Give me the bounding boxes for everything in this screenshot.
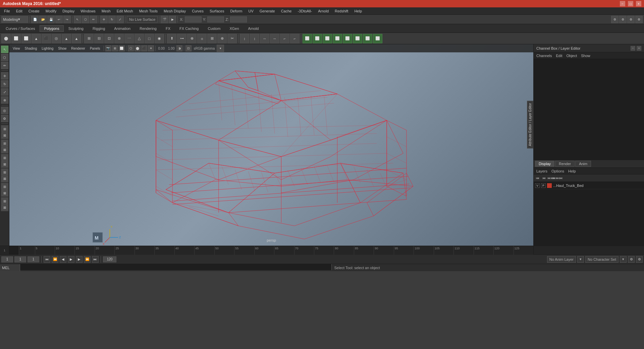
paint-sel-tool[interactable]: ✏ bbox=[90, 16, 97, 23]
disp-tab-anim[interactable]: Anim bbox=[575, 161, 591, 167]
lasso-tool[interactable]: ⬡ bbox=[82, 16, 89, 23]
shelf-green-2[interactable]: ⬜ bbox=[313, 34, 322, 43]
vp-panels[interactable]: Panels bbox=[88, 46, 102, 51]
menu-mesh-tools[interactable]: Mesh Tools bbox=[137, 8, 160, 14]
shelf-cone[interactable]: ▲ bbox=[32, 34, 41, 43]
menu-generate[interactable]: Generate bbox=[257, 8, 278, 14]
move-tool-left[interactable]: ✛ bbox=[1, 72, 8, 80]
shelf-separate[interactable]: ⊟ bbox=[94, 34, 104, 43]
shelf-cube[interactable]: ⬜ bbox=[11, 34, 21, 43]
universal-manip-left[interactable]: ⊕ bbox=[1, 96, 8, 104]
shelf-green-4[interactable]: ⬜ bbox=[333, 34, 342, 43]
new-scene-button[interactable]: 📄 bbox=[31, 16, 39, 23]
tool-g3-1[interactable]: ⊞ bbox=[2, 155, 8, 161]
rotate-tool-left[interactable]: ↻ bbox=[1, 80, 8, 88]
shelf-connect[interactable]: ↔ bbox=[260, 34, 269, 43]
vp-texture-btn[interactable]: ⬛ bbox=[141, 45, 147, 51]
shelf-merge[interactable]: ⊕ bbox=[217, 34, 227, 43]
shelf-pyramid[interactable]: ▲ bbox=[72, 34, 81, 43]
move-tool[interactable]: ✛ bbox=[100, 16, 108, 23]
menu-windows[interactable]: Windows bbox=[78, 8, 98, 14]
shelf-triangulate[interactable]: △ bbox=[135, 34, 144, 43]
vp-renderer[interactable]: Renderer bbox=[69, 46, 87, 51]
layer-sub-help[interactable]: Help bbox=[568, 169, 576, 173]
select-tool[interactable]: ↖ bbox=[74, 16, 81, 23]
vp-gamma-icon[interactable]: ◑ bbox=[176, 45, 182, 51]
tool-g2-2[interactable]: ⊠ bbox=[2, 147, 8, 153]
layer-sub-layers[interactable]: Layers bbox=[536, 169, 547, 173]
shelf-extrude[interactable]: ⬆ bbox=[167, 34, 176, 43]
icon-r3[interactable]: ⚙ bbox=[627, 16, 635, 23]
vp-wireframe-btn[interactable]: ⬡ bbox=[128, 45, 134, 51]
menu-edit-mesh[interactable]: Edit Mesh bbox=[114, 8, 136, 14]
layer-btn-4[interactable]: ⏭⏭⏭ bbox=[555, 176, 560, 181]
tool-g5-2[interactable]: ⊠ bbox=[2, 190, 8, 196]
start-frame-input[interactable] bbox=[1, 256, 13, 262]
menu-deform[interactable]: Deform bbox=[227, 8, 245, 14]
tool-g5-1[interactable]: ⊞ bbox=[2, 184, 8, 190]
cb-minimize[interactable]: − bbox=[631, 46, 635, 51]
shelf-green-3[interactable]: ⬜ bbox=[323, 34, 332, 43]
command-input[interactable] bbox=[20, 264, 332, 270]
tab-rendering[interactable]: Rendering bbox=[135, 25, 161, 32]
tab-rigging[interactable]: Rigging bbox=[88, 25, 109, 32]
current-frame-input[interactable] bbox=[14, 256, 26, 262]
vp-lighting[interactable]: Lighting bbox=[40, 46, 55, 51]
shelf-bevel[interactable]: ⌐ bbox=[280, 34, 289, 43]
settings-btn[interactable]: ⚙ bbox=[628, 256, 635, 263]
shelf-torus[interactable]: ◎ bbox=[52, 34, 61, 43]
icon-r2[interactable]: ⚙ bbox=[619, 16, 627, 23]
menu-uv[interactable]: UV bbox=[246, 8, 256, 14]
shelf-green-1[interactable]: ⬜ bbox=[303, 34, 312, 43]
icon-r1[interactable]: ⚙ bbox=[611, 16, 619, 23]
shelf-project[interactable]: ⌾ bbox=[197, 34, 207, 43]
vp-shading[interactable]: Shading bbox=[23, 46, 39, 51]
disp-tab-display[interactable]: Display bbox=[535, 161, 554, 167]
menu-edit[interactable]: Edit bbox=[13, 8, 25, 14]
shelf-green-5[interactable]: ⬜ bbox=[343, 34, 352, 43]
layer-visibility[interactable]: V bbox=[535, 183, 540, 188]
tool-g2-1[interactable]: ⊞ bbox=[2, 140, 8, 146]
menu-mesh-display[interactable]: Mesh Display bbox=[161, 8, 189, 14]
shelf-quadify[interactable]: □ bbox=[145, 34, 154, 43]
pb-next-frame[interactable]: ▶ bbox=[76, 256, 83, 263]
mel-python-toggle[interactable]: MEL bbox=[0, 264, 20, 271]
vp-film-icon[interactable]: ⬜ bbox=[119, 45, 125, 51]
shelf-insert-edge[interactable]: ↕ bbox=[240, 34, 249, 43]
lasso-tool-left[interactable]: ⬡ bbox=[1, 54, 8, 61]
shelf-extract[interactable]: ⊡ bbox=[104, 34, 114, 43]
layer-color-swatch[interactable] bbox=[547, 183, 552, 188]
vp-camera-icon[interactable]: 📷 bbox=[105, 45, 111, 51]
char-set-label[interactable]: No Character Set bbox=[585, 256, 619, 263]
show-manip-left[interactable]: ⚙ bbox=[1, 115, 8, 122]
paint-sel-left[interactable]: ✏ bbox=[1, 62, 8, 69]
y-input[interactable] bbox=[207, 16, 224, 22]
maximize-button[interactable]: □ bbox=[628, 1, 633, 6]
tool-g4-2[interactable]: ⊠ bbox=[2, 176, 8, 182]
shelf-bridge[interactable]: ⊶ bbox=[177, 34, 186, 43]
menu-create[interactable]: Create bbox=[26, 8, 42, 14]
shelf-smooth[interactable]: ⋯ bbox=[124, 34, 134, 43]
shelf-slide-edge[interactable]: ↔ bbox=[270, 34, 279, 43]
x-input[interactable] bbox=[185, 16, 202, 22]
save-scene-button[interactable]: 💾 bbox=[47, 16, 55, 23]
shelf-crease[interactable]: ⌐ bbox=[290, 34, 300, 43]
pb-play-fwd[interactable]: ▶ bbox=[68, 256, 74, 263]
attr-editor-side-tab[interactable]: Attribute Editor / Layer Editor bbox=[527, 101, 533, 148]
pb-next-key[interactable]: ⏩ bbox=[84, 256, 91, 263]
tab-xgen[interactable]: XGen bbox=[225, 25, 243, 32]
z-input[interactable] bbox=[230, 16, 247, 22]
render-seq-button[interactable]: ▶ bbox=[169, 16, 176, 23]
menu-arnold[interactable]: Arnold bbox=[315, 8, 331, 14]
tool-g6-1[interactable]: ⊞ bbox=[2, 198, 8, 204]
undo-button[interactable]: ↩ bbox=[55, 16, 63, 23]
end-frame-input-left[interactable] bbox=[28, 256, 39, 262]
shelf-sphere[interactable]: ⬤ bbox=[1, 34, 11, 43]
tab-sculpting[interactable]: Sculpting bbox=[64, 25, 88, 32]
tool-g4-1[interactable]: ⊞ bbox=[2, 169, 8, 175]
vp-display-size[interactable]: ⊡ bbox=[185, 45, 192, 51]
vp-light-btn[interactable]: ☀ bbox=[148, 45, 154, 51]
shelf-duplicate-face[interactable]: ⊞ bbox=[207, 34, 217, 43]
rotate-tool[interactable]: ↻ bbox=[108, 16, 116, 23]
tab-fx-caching[interactable]: FX Caching bbox=[175, 25, 203, 32]
